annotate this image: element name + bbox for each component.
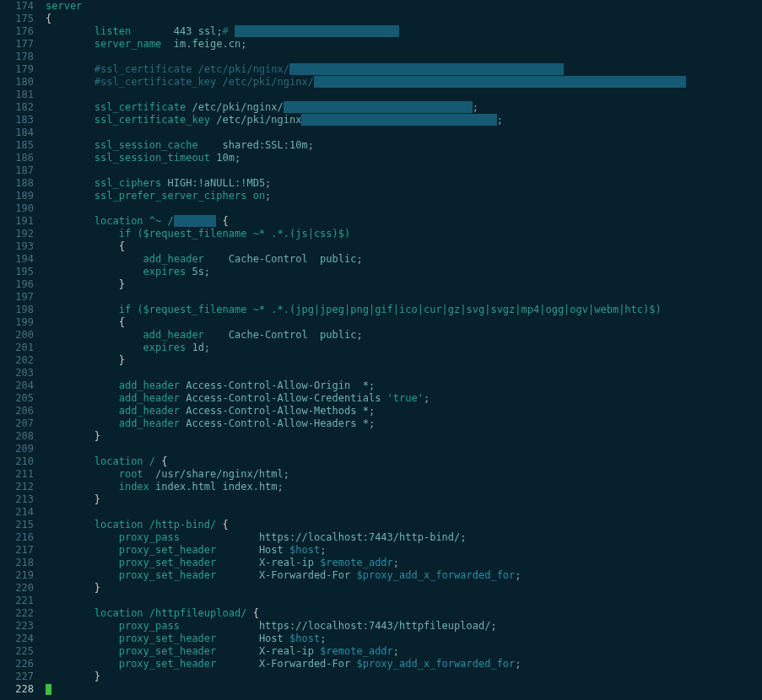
line-number: 225 [0, 645, 34, 658]
token-kw: add_header [46, 405, 180, 417]
code-line[interactable] [46, 595, 762, 607]
line-number: 210 [0, 455, 34, 468]
token-kw: proxy_set_header [46, 645, 216, 657]
code-line[interactable] [46, 127, 762, 139]
line-number: 199 [0, 316, 34, 329]
line-number: 189 [0, 190, 34, 202]
code-line[interactable]: ssl_session_timeout 10m; [46, 152, 762, 164]
token-kw: listen [46, 25, 131, 37]
token-br: { [46, 240, 125, 252]
line-number: 195 [0, 266, 34, 278]
code-line[interactable]: location ^~ / { [46, 215, 762, 228]
code-line[interactable] [46, 164, 762, 177]
token-br: { [161, 455, 167, 467]
token-kw: add_header [46, 380, 180, 391]
code-line[interactable]: #ssl_certificate /etc/pki/nginx/ [46, 63, 762, 76]
code-line[interactable]: } [46, 430, 762, 443]
line-number: 214 [0, 506, 34, 519]
token-plain [131, 25, 174, 37]
code-line[interactable] [46, 506, 762, 519]
line-number: 208 [0, 430, 34, 443]
token-val: https://localhost:7443/httpfileupload/ [259, 620, 491, 632]
code-line[interactable]: { [46, 240, 762, 253]
code-line[interactable]: location / { [46, 455, 762, 468]
token-var: $host [289, 544, 320, 556]
line-number: 196 [0, 278, 34, 291]
code-line[interactable]: ssl_session_cache shared:SSL:10m; [46, 139, 762, 152]
code-line[interactable]: if ($request_filename ~* .*.(js|css)$) [46, 228, 762, 240]
token-sep: ; [320, 633, 326, 644]
token-kw: add_header [46, 392, 180, 404]
code-line[interactable]: expires 1d; [46, 342, 762, 354]
token-kw: proxy_set_header [46, 633, 216, 644]
token-val: HIGH:!aNULL:!MD5 [168, 177, 266, 189]
code-line[interactable]: add_header Access-Control-Allow-Headers … [46, 417, 762, 430]
token-sep: ; [278, 481, 284, 493]
token-plain [180, 620, 259, 632]
code-line[interactable]: } [46, 493, 762, 506]
line-number: 212 [0, 481, 34, 493]
code-line[interactable]: proxy_set_header X-Forwarded-For $proxy_… [46, 658, 762, 670]
code-line[interactable] [46, 51, 762, 63]
code-line[interactable]: ssl_prefer_server_ciphers on; [46, 190, 762, 202]
code-line[interactable]: } [46, 354, 762, 367]
code-line[interactable]: proxy_set_header X-Forwarded-For $proxy_… [46, 569, 762, 582]
code-line[interactable]: proxy_set_header X-real-ip $remote_addr; [46, 645, 762, 658]
token-kw: proxy_set_header [46, 569, 216, 581]
token-sep: ; [490, 620, 496, 632]
code-line[interactable]: } [46, 582, 762, 595]
token-sep: ; [515, 569, 521, 581]
code-line[interactable] [46, 443, 762, 455]
code-line[interactable]: expires 5s; [46, 266, 762, 278]
code-line[interactable]: ssl_certificate /etc/pki/nginx/ ; [46, 101, 762, 114]
token-str: 'true' [387, 392, 424, 404]
code-editor[interactable]: 1741751761771781791801811821831841851861… [0, 0, 762, 696]
code-line[interactable]: } [46, 670, 762, 683]
code-line[interactable]: add_header Access-Control-Allow-Credenti… [46, 392, 762, 405]
line-number: 209 [0, 443, 34, 455]
code-line[interactable] [46, 89, 762, 101]
code-line[interactable] [46, 202, 762, 215]
code-line[interactable]: #ssl_certificate_key /etc/pki/nginx/ [46, 76, 762, 89]
code-line[interactable]: listen 443 ssl;# [46, 25, 762, 38]
token-cmt: #ssl_certificate /etc/pki/nginx/ [46, 63, 289, 75]
token-plain [216, 215, 222, 227]
line-number: 182 [0, 101, 34, 114]
code-line[interactable]: location /http-bind/ { [46, 519, 762, 531]
code-line[interactable]: server [46, 0, 762, 13]
code-line[interactable]: proxy_set_header X-real-ip $remote_addr; [46, 557, 762, 569]
code-line[interactable] [46, 367, 762, 380]
code-line[interactable]: proxy_set_header Host $host; [46, 633, 762, 645]
code-line[interactable]: { [46, 316, 762, 329]
token-kw: if [46, 304, 131, 315]
code-line[interactable] [46, 291, 762, 304]
line-number: 190 [0, 202, 34, 215]
token-var: $proxy_add_x_forwarded_for [356, 569, 515, 581]
token-val: /etc/pki/nginx/ [192, 101, 283, 113]
code-line[interactable]: index index.html index.htm; [46, 481, 762, 493]
token-kw: ssl_session_cache [46, 139, 198, 151]
line-number: 188 [0, 177, 34, 190]
code-line[interactable]: ssl_certificate_key /etc/pki/nginx ; [46, 114, 762, 127]
code-line[interactable]: proxy_set_header Host $host; [46, 544, 762, 557]
line-number: 177 [0, 38, 34, 51]
code-line[interactable]: proxy_pass https://localhost:7443/httpfi… [46, 620, 762, 633]
code-line[interactable]: } [46, 278, 762, 291]
code-line[interactable]: if ($request_filename ~* .*.(jpg|jpeg|pn… [46, 304, 762, 316]
code-line[interactable]: add_header Access-Control-Allow-Methods … [46, 405, 762, 417]
code-line[interactable]: add_header Cache-Control public; [46, 253, 762, 266]
code-area[interactable]: server{ listen 443 ssl;# server_name im.… [46, 0, 762, 696]
line-number: 202 [0, 354, 34, 367]
code-line[interactable]: root /usr/share/nginx/html; [46, 468, 762, 481]
code-line[interactable]: { [46, 13, 762, 25]
code-line[interactable]: add_header Access-Control-Allow-Origin *… [46, 380, 762, 392]
code-line[interactable]: server_name im.feige.cn; [46, 38, 762, 51]
token-cmt: #ssl_certificate_key /etc/pki/nginx/ [46, 76, 314, 88]
token-kw: ssl_session_timeout [46, 152, 210, 164]
line-number: 184 [0, 127, 34, 139]
code-line[interactable]: location /httpfileupload/ { [46, 607, 762, 620]
code-line[interactable]: add_header Cache-Control public; [46, 329, 762, 342]
code-line[interactable]: ssl_ciphers HIGH:!aNULL:!MD5; [46, 177, 762, 190]
code-line[interactable] [46, 683, 762, 696]
code-line[interactable]: proxy_pass https://localhost:7443/http-b… [46, 531, 762, 544]
